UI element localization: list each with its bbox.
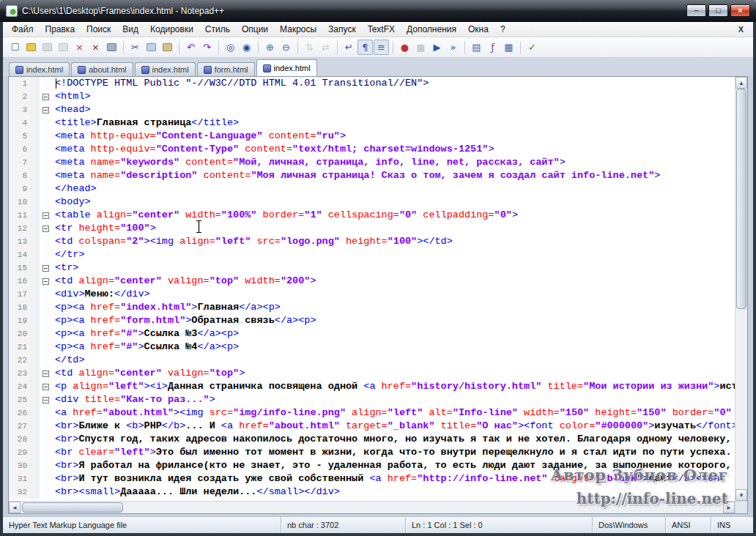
bookmark-margin[interactable]	[31, 354, 40, 367]
stop-macro-button[interactable]: ■	[413, 40, 429, 55]
fold-collapse-icon[interactable]	[42, 226, 49, 232]
menu-item-окна[interactable]: Окна	[462, 23, 494, 36]
maximize-button[interactable]: □	[708, 4, 728, 17]
bookmark-margin[interactable]	[31, 235, 40, 248]
bookmark-margin[interactable]	[31, 459, 40, 472]
bookmark-margin[interactable]	[31, 130, 40, 143]
close-file-button[interactable]: ×	[72, 40, 87, 55]
function-list-button[interactable]: ƒ	[485, 40, 500, 55]
fold-collapse-icon[interactable]	[42, 371, 49, 377]
copy-button[interactable]	[144, 40, 159, 55]
run-macro-multiple-button[interactable]: »	[445, 40, 461, 55]
fold-collapse-icon[interactable]	[42, 278, 49, 285]
bookmark-margin[interactable]	[31, 182, 40, 196]
new-file-button[interactable]: ☐	[7, 40, 23, 55]
menu-item-правка[interactable]: Правка	[40, 23, 81, 36]
doc-map-button[interactable]: ▤	[469, 40, 484, 55]
fold-margin[interactable]	[40, 367, 52, 380]
indent-guide-button[interactable]: ≡	[374, 40, 389, 55]
tab-form-html[interactable]: form.html	[197, 62, 255, 76]
vertical-scroll-thumb[interactable]	[736, 89, 746, 309]
tab-about-html[interactable]: about.html	[71, 62, 133, 76]
bookmark-margin[interactable]	[31, 116, 40, 130]
bookmark-margin[interactable]	[31, 77, 40, 90]
bookmark-margin[interactable]	[31, 301, 40, 314]
sync-vertical-scroll-button[interactable]: ⇅	[302, 40, 317, 55]
bookmark-margin[interactable]	[31, 261, 40, 275]
bookmark-margin[interactable]	[31, 222, 40, 235]
fold-margin[interactable]	[40, 261, 52, 275]
zoom-out-button[interactable]: ⊖	[278, 40, 294, 55]
menu-item-item[interactable]: ?	[494, 23, 511, 36]
fold-margin[interactable]	[40, 222, 52, 235]
bookmark-margin[interactable]	[31, 472, 40, 485]
scroll-down-button[interactable]: ▼	[735, 489, 747, 501]
tab-index-html[interactable]: index.html	[135, 62, 196, 76]
menu-item-textfx[interactable]: TextFX	[362, 23, 401, 36]
play-macro-button[interactable]: ▶	[429, 40, 445, 55]
minimize-button[interactable]: −	[686, 4, 706, 17]
menu-item-дополнения[interactable]: Дополнения	[401, 23, 462, 36]
fold-collapse-icon[interactable]	[42, 94, 49, 100]
bookmark-margin[interactable]	[31, 406, 40, 420]
fold-collapse-icon[interactable]	[42, 212, 49, 219]
close-all-button[interactable]: ×	[88, 40, 103, 55]
menu-item-поиск[interactable]: Поиск	[81, 23, 116, 36]
find-button[interactable]: ◎	[223, 40, 238, 55]
menu-item-запуск[interactable]: Запуск	[322, 23, 362, 36]
bookmark-margin[interactable]	[31, 275, 40, 288]
fold-margin[interactable]	[40, 103, 52, 116]
bookmark-margin[interactable]	[31, 143, 40, 156]
close-button[interactable]: ×	[730, 4, 750, 17]
spell-check-button[interactable]: ✓	[525, 40, 540, 55]
scroll-up-button[interactable]: ▲	[735, 77, 747, 89]
bookmark-margin[interactable]	[31, 367, 40, 380]
sync-horizontal-scroll-button[interactable]: ⇄	[318, 40, 333, 55]
bookmark-margin[interactable]	[31, 288, 40, 301]
bookmark-margin[interactable]	[31, 446, 40, 459]
save-file-button[interactable]	[40, 40, 55, 55]
menu-item-макросы[interactable]: Макросы	[274, 23, 322, 36]
show-all-chars-button[interactable]: ¶	[357, 40, 373, 55]
bookmark-margin[interactable]	[31, 327, 40, 340]
fold-margin[interactable]	[40, 380, 52, 393]
bookmark-margin[interactable]	[31, 90, 40, 103]
title-bar[interactable]: C:\Users\1\Desktop\Frames\index.html - N…	[0, 0, 756, 22]
bookmark-margin[interactable]	[31, 433, 40, 446]
tab-index-html[interactable]: index.html	[256, 59, 317, 76]
fold-collapse-icon[interactable]	[42, 107, 49, 113]
menu-item-файл[interactable]: Файл	[6, 23, 40, 36]
bookmark-margin[interactable]	[31, 196, 40, 209]
bookmark-margin[interactable]	[31, 340, 40, 354]
menu-item-кодировки[interactable]: Кодировки	[144, 23, 199, 36]
zoom-in-button[interactable]: ⊕	[262, 40, 278, 55]
bookmark-margin[interactable]	[31, 248, 40, 261]
cut-button[interactable]: ✂	[127, 40, 143, 55]
replace-button[interactable]: ◉	[239, 40, 254, 55]
folder-as-workspace-button[interactable]: ▦	[501, 40, 516, 55]
bookmark-margin[interactable]	[31, 156, 40, 169]
record-macro-button[interactable]: ●	[397, 40, 412, 55]
paste-button[interactable]	[160, 40, 175, 55]
word-wrap-button[interactable]: ↵	[341, 40, 357, 55]
bookmark-margin[interactable]	[31, 169, 40, 182]
fold-collapse-icon[interactable]	[42, 265, 49, 272]
bookmark-margin[interactable]	[31, 393, 40, 406]
bookmark-margin[interactable]	[31, 420, 40, 433]
redo-button[interactable]: ↷	[199, 40, 215, 55]
undo-button[interactable]: ↶	[183, 40, 199, 55]
bookmark-margin[interactable]	[31, 103, 40, 116]
fold-margin[interactable]	[40, 90, 52, 103]
bookmark-margin[interactable]	[31, 209, 40, 222]
horizontal-scroll-thumb[interactable]	[22, 502, 123, 513]
fold-margin[interactable]	[40, 275, 52, 288]
bookmark-margin[interactable]	[31, 485, 40, 499]
tab-index-html[interactable]: index.html	[9, 62, 70, 76]
fold-collapse-icon[interactable]	[42, 384, 49, 390]
vertical-scrollbar[interactable]: ▲ ▼	[735, 77, 747, 501]
code-lines[interactable]: 1<!DOCTYPE HTML Public "-//W3C//DTD HTML…	[9, 77, 735, 501]
bookmark-margin[interactable]	[31, 380, 40, 393]
open-file-button[interactable]	[23, 40, 39, 55]
vertical-scroll-track[interactable]	[735, 89, 747, 489]
fold-margin[interactable]	[40, 393, 52, 406]
